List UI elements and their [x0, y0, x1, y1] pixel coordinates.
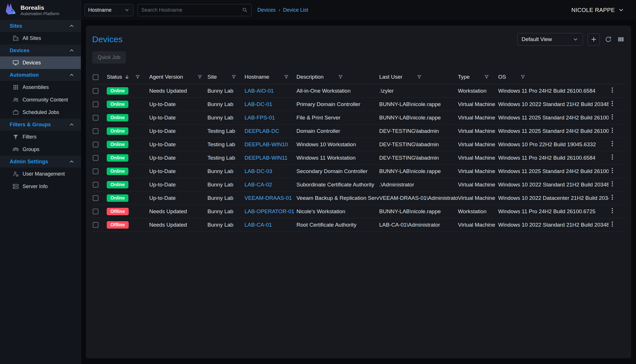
table-row[interactable]: Online Up-to-Date Bunny Lab LAB-DC-01 Pr… — [92, 97, 625, 111]
row-menu-kebab-icon[interactable] — [609, 167, 616, 174]
search-icon[interactable] — [242, 7, 248, 13]
type-cell: Virtual Machine — [458, 178, 498, 191]
user-menu[interactable]: NICOLE RAPPE — [571, 7, 625, 13]
hostname-link[interactable]: LAB-CA-01 — [245, 218, 296, 231]
add-view-button[interactable] — [587, 33, 600, 46]
table-row[interactable]: Online Up-to-Date Testing Lab DEEPLAB-WI… — [92, 138, 625, 151]
chevron-up-icon — [68, 47, 75, 54]
search-input[interactable] — [141, 7, 242, 13]
breadcrumb-device-list[interactable]: Device List — [283, 7, 308, 13]
os-cell: Windows 10 2022 Standard 21H2 Build 2034… — [498, 178, 609, 191]
row-checkbox[interactable] — [93, 168, 98, 174]
row-checkbox[interactable] — [93, 142, 98, 147]
table-row[interactable]: Online Needs Updated Bunny Lab LAB-AIO-0… — [92, 84, 625, 97]
column-label[interactable]: Status — [107, 74, 122, 80]
hostname-link[interactable]: DEEPLAB-DC — [245, 124, 296, 138]
view-select[interactable]: Default View — [517, 33, 583, 46]
hostname-link[interactable]: DEEPLAB-WIN11 — [245, 151, 296, 164]
type-cell: Virtual Machine — [458, 138, 498, 151]
sidebar-item-filters[interactable]: Filters — [0, 131, 81, 143]
row-checkbox[interactable] — [93, 101, 98, 107]
table-row[interactable]: Offline Needs Updated Bunny Lab LAB-OPER… — [92, 205, 625, 218]
row-menu-kebab-icon[interactable] — [609, 153, 616, 161]
row-checkbox[interactable] — [93, 115, 98, 121]
column-label[interactable]: Agent Version — [149, 74, 183, 80]
agent-version-cell: Up-to-Date — [149, 124, 207, 138]
table-row[interactable]: Online Up-to-Date Testing Lab DEEPLAB-WI… — [92, 151, 625, 164]
column-label[interactable]: Type — [458, 74, 470, 80]
sidebar-section-admin-settings[interactable]: Admin Settings — [0, 156, 81, 168]
filter-icon[interactable] — [417, 74, 422, 80]
row-menu-kebab-icon[interactable] — [609, 113, 616, 121]
table-row[interactable]: Online Up-to-Date Bunny Lab LAB-CA-02 Su… — [92, 178, 625, 191]
column-label[interactable]: OS — [498, 74, 506, 80]
row-menu-kebab-icon[interactable] — [609, 207, 616, 214]
breadcrumb-devices[interactable]: Devices — [257, 7, 276, 13]
last-user-cell: DEV-TESTING\labadmin — [379, 138, 458, 151]
hostname-link[interactable]: LAB-AIO-01 — [245, 84, 296, 97]
sidebar-item-all-sites[interactable]: All Sites — [0, 32, 81, 44]
table-row[interactable]: Online Up-to-Date Bunny Lab VEEAM-DRAAS-… — [92, 191, 625, 205]
sidebar-item-scheduled-jobs[interactable]: Scheduled Jobs — [0, 106, 81, 119]
agent-version-cell: Needs Updated — [149, 84, 207, 97]
filter-icon[interactable] — [338, 74, 343, 80]
filter-icon[interactable] — [231, 74, 237, 80]
sidebar-item-community-content[interactable]: Community Content — [0, 93, 81, 106]
quick-job-button[interactable]: Quick Job — [92, 51, 126, 64]
type-cell: Virtual Machine — [458, 164, 498, 178]
row-menu-kebab-icon[interactable] — [609, 180, 616, 188]
column-label[interactable]: Last User — [379, 74, 402, 80]
hostname-link[interactable]: LAB-OPERATOR-01 — [245, 205, 296, 218]
row-menu-kebab-icon[interactable] — [609, 86, 616, 94]
hostname-link[interactable]: LAB-DC-03 — [245, 164, 296, 178]
table-row[interactable]: Offline Needs Updated Bunny Lab LAB-CA-0… — [92, 218, 625, 231]
row-checkbox[interactable] — [93, 222, 98, 228]
description-cell: Veeam Backup & Replication Server — [296, 191, 379, 205]
row-checkbox[interactable] — [93, 209, 98, 214]
hostname-link[interactable]: LAB-FPS-01 — [245, 111, 296, 124]
filter-icon[interactable] — [520, 74, 526, 80]
table-row[interactable]: Online Up-to-Date Bunny Lab LAB-DC-03 Se… — [92, 164, 625, 178]
refresh-icon[interactable] — [604, 35, 612, 43]
sidebar-section-sites[interactable]: Sites — [0, 20, 81, 32]
site-cell: Bunny Lab — [207, 164, 245, 178]
row-menu-kebab-icon[interactable] — [609, 140, 616, 147]
sidebar-section-devices[interactable]: Devices — [0, 44, 81, 56]
column-label[interactable]: Description — [296, 74, 324, 80]
groups-icon — [12, 146, 19, 153]
sidebar-item-server-info[interactable]: Server Info — [0, 180, 81, 193]
row-checkbox[interactable] — [93, 195, 98, 201]
hostname-link[interactable]: VEEAM-DRAAS-01 — [245, 191, 296, 205]
sidebar-section-automation[interactable]: Automation — [0, 69, 81, 81]
hostname-link[interactable]: LAB-CA-02 — [245, 178, 296, 191]
row-checkbox[interactable] — [93, 155, 98, 161]
hostname-link[interactable]: DEEPLAB-WIN10 — [245, 138, 296, 151]
sidebar-item-user-management[interactable]: User Management — [0, 168, 81, 180]
row-checkbox[interactable] — [93, 88, 98, 94]
row-checkbox[interactable] — [93, 128, 98, 134]
hostname-link[interactable]: LAB-DC-01 — [245, 97, 296, 111]
row-menu-kebab-icon[interactable] — [609, 100, 616, 107]
filter-icon[interactable] — [197, 74, 203, 80]
select-all-checkbox[interactable] — [93, 74, 98, 80]
sidebar-item-groups[interactable]: Groups — [0, 143, 81, 156]
type-cell: Virtual Machine — [458, 191, 498, 205]
sidebar-item-devices[interactable]: Devices — [0, 56, 81, 69]
column-label[interactable]: Hostname — [245, 74, 269, 80]
columns-icon[interactable] — [617, 35, 625, 43]
sidebar-item-assemblies[interactable]: Assemblies — [0, 81, 81, 93]
row-checkbox[interactable] — [93, 182, 98, 188]
table-row[interactable]: Online Up-to-Date Testing Lab DEEPLAB-DC… — [92, 124, 625, 138]
sidebar-section-filters-groups[interactable]: Filters & Groups — [0, 119, 81, 131]
filter-icon[interactable] — [284, 74, 289, 80]
row-menu-kebab-icon[interactable] — [609, 127, 616, 134]
search-field-select[interactable]: Hostname — [84, 4, 134, 16]
column-label[interactable]: Site — [207, 74, 217, 80]
filter-icon[interactable] — [484, 74, 489, 80]
agent-version-cell: Needs Updated — [149, 205, 207, 218]
table-row[interactable]: Online Up-to-Date Bunny Lab LAB-FPS-01 F… — [92, 111, 625, 124]
filter-icon[interactable] — [135, 74, 140, 80]
sort-desc-icon[interactable] — [124, 74, 130, 80]
row-menu-kebab-icon[interactable] — [609, 194, 616, 201]
row-menu-kebab-icon[interactable] — [609, 220, 616, 228]
